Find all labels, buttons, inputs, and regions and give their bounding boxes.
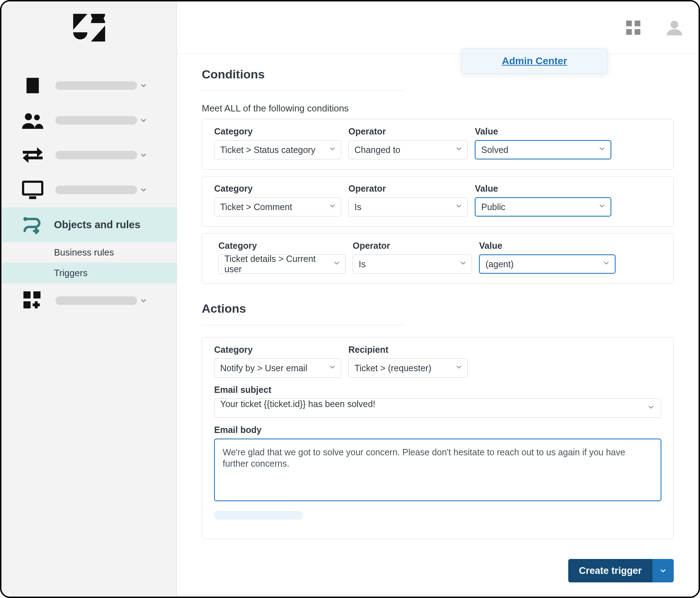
primary-nav: Objects and rules Business rules Trigger… xyxy=(1,54,177,318)
select-condition-2-operator[interactable]: Is xyxy=(348,197,468,216)
skeleton-placeholder xyxy=(202,90,404,91)
select-condition-3-operator[interactable]: Is xyxy=(353,254,472,274)
user-avatar-icon[interactable] xyxy=(664,18,684,38)
chevron-down-icon xyxy=(459,259,467,269)
select-condition-1-category[interactable]: Ticket > Status category xyxy=(214,140,341,159)
select-condition-2-value[interactable]: Public xyxy=(475,197,611,216)
svg-rect-7 xyxy=(626,21,632,26)
transfer-icon xyxy=(22,144,43,166)
select-value: Solved xyxy=(481,145,508,155)
label-value: Value xyxy=(475,126,611,137)
nav-label-placeholder xyxy=(55,151,137,159)
create-trigger-dropdown-button[interactable] xyxy=(652,559,674,582)
nav-label-objects-and-rules: Objects and rules xyxy=(54,219,140,231)
label-value: Value xyxy=(479,241,615,251)
select-condition-3-value[interactable]: (agent) xyxy=(479,254,615,274)
chevron-down-icon xyxy=(455,144,463,155)
select-condition-1-value[interactable]: Solved xyxy=(475,140,611,159)
sidebar: Objects and rules Business rules Trigger… xyxy=(1,1,177,597)
chevron-down-icon xyxy=(328,202,337,212)
select-action-category[interactable]: Notify by > User email xyxy=(214,358,341,378)
label-operator: Operator xyxy=(353,241,472,251)
select-value: Is xyxy=(359,259,365,269)
admin-center-tooltip: Admin Center xyxy=(461,48,608,74)
label-category: Category xyxy=(214,126,341,137)
svg-rect-8 xyxy=(635,21,640,26)
nav-item-4[interactable] xyxy=(1,172,177,207)
logo-row xyxy=(1,1,177,54)
svg-rect-6 xyxy=(23,301,31,308)
chevron-down-icon xyxy=(602,259,611,269)
zendesk-logo-icon xyxy=(73,14,105,42)
chevron-down-icon xyxy=(137,183,150,196)
chevron-down-icon xyxy=(137,114,150,127)
label-value: Value xyxy=(475,183,611,194)
svg-point-0 xyxy=(25,113,32,120)
label-action-category: Category xyxy=(214,345,341,355)
nav-label-placeholder xyxy=(55,116,137,125)
nav-label-placeholder xyxy=(55,186,137,194)
nav-item-3[interactable] xyxy=(1,138,177,172)
chevron-down-icon xyxy=(598,202,606,212)
svg-rect-5 xyxy=(33,291,40,298)
select-value: Ticket > Status category xyxy=(220,145,315,155)
input-value: Your ticket {{ticket.id}} has been solve… xyxy=(220,399,375,409)
chevron-down-icon xyxy=(455,202,463,212)
select-value: Ticket > (requester) xyxy=(354,363,432,373)
people-icon xyxy=(22,110,43,131)
select-value: Changed to xyxy=(354,145,400,155)
routing-icon xyxy=(22,214,43,235)
building-icon xyxy=(22,75,43,96)
chevron-down-icon xyxy=(332,259,341,269)
sub-heading-business-rules[interactable]: Business rules xyxy=(1,242,177,263)
select-value: Ticket details > Current user xyxy=(224,254,330,274)
select-condition-3-category[interactable]: Ticket details > Current user xyxy=(218,254,346,274)
input-email-subject[interactable]: Your ticket {{ticket.id}} has been solve… xyxy=(214,399,661,418)
label-action-recipient: Recipient xyxy=(348,345,468,355)
textarea-email-body[interactable] xyxy=(214,439,661,501)
select-value: Notify by > User email xyxy=(220,363,307,373)
create-trigger-split-button: Create trigger xyxy=(568,559,674,582)
condition-card-2: Category Ticket > Comment Operator Is xyxy=(202,176,674,227)
svg-point-11 xyxy=(671,21,678,28)
chevron-down-icon xyxy=(647,403,655,413)
conditions-subheading: Meet ALL of the following conditions xyxy=(202,103,674,114)
sub-item-triggers[interactable]: Triggers xyxy=(1,263,177,283)
svg-point-1 xyxy=(34,115,40,120)
nav-item-1[interactable] xyxy=(1,68,177,103)
label-category: Category xyxy=(214,183,341,194)
chevron-down-icon xyxy=(137,79,150,92)
select-condition-2-category[interactable]: Ticket > Comment xyxy=(214,197,341,216)
nav-label-placeholder xyxy=(55,296,137,305)
create-trigger-button[interactable]: Create trigger xyxy=(568,559,652,582)
apps-grid-icon[interactable] xyxy=(623,18,643,38)
chevron-down-icon xyxy=(659,566,667,575)
svg-rect-10 xyxy=(635,29,640,35)
select-value: Is xyxy=(354,202,361,212)
select-condition-1-operator[interactable]: Changed to xyxy=(348,140,468,159)
chevron-down-icon xyxy=(137,294,150,307)
select-value: Ticket > Comment xyxy=(220,202,292,212)
content: Conditions Meet ALL of the following con… xyxy=(177,54,699,597)
select-action-recipient[interactable]: Ticket > (requester) xyxy=(348,358,468,378)
nav-item-6[interactable] xyxy=(1,283,177,318)
footer: Create trigger xyxy=(202,539,674,582)
main-area: Admin Center Conditions Meet ALL of the … xyxy=(177,1,699,597)
sub-nav: Business rules Triggers xyxy=(1,242,177,283)
label-operator: Operator xyxy=(348,183,468,194)
svg-rect-4 xyxy=(23,291,31,298)
monitor-icon xyxy=(22,179,43,201)
chevron-down-icon xyxy=(328,144,337,155)
svg-rect-9 xyxy=(626,29,632,35)
chevron-down-icon xyxy=(455,363,463,373)
label-operator: Operator xyxy=(348,126,468,137)
select-value: (agent) xyxy=(485,259,514,269)
nav-item-2[interactable] xyxy=(1,103,177,138)
admin-center-link[interactable]: Admin Center xyxy=(502,55,567,67)
condition-card-1: Category Ticket > Status category Operat… xyxy=(202,119,674,170)
chevron-down-icon xyxy=(328,363,337,373)
chevron-down-icon xyxy=(137,149,150,161)
skeleton-placeholder xyxy=(202,325,404,325)
apps-add-icon xyxy=(22,290,43,311)
nav-item-objects-and-rules[interactable]: Objects and rules xyxy=(1,207,177,242)
